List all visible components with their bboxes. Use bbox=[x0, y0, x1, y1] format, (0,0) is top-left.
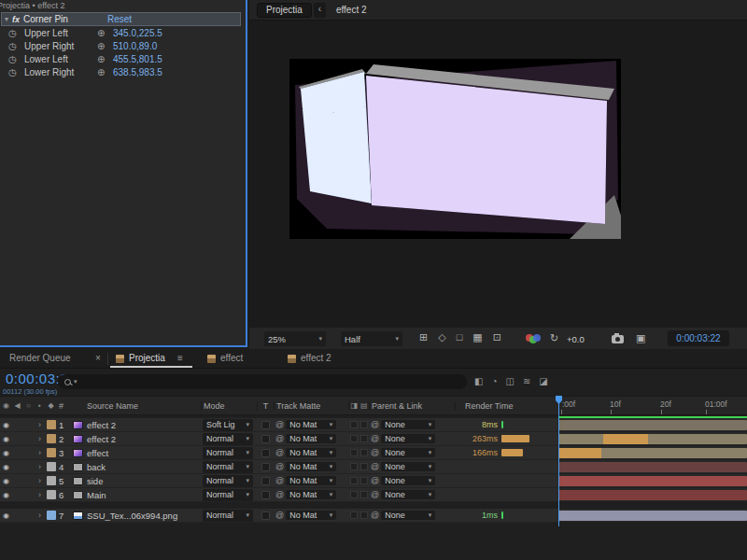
expander-icon[interactable]: › bbox=[35, 476, 45, 485]
expander-icon[interactable]: › bbox=[35, 462, 45, 471]
t-checkbox[interactable] bbox=[261, 463, 270, 471]
t-checkbox[interactable] bbox=[261, 421, 270, 429]
track-matte-dropdown[interactable]: No Mat▾ bbox=[286, 420, 336, 429]
mode-dropdown[interactable]: Normal▾ bbox=[203, 433, 253, 445]
param-value[interactable]: 455.5,801.5 bbox=[113, 54, 162, 64]
lock-column-icon[interactable]: ▪ bbox=[35, 401, 45, 410]
zoom-dropdown[interactable]: 25%▾ bbox=[264, 331, 326, 346]
motion-blur-icon[interactable]: ≋ bbox=[523, 376, 530, 386]
param-value[interactable]: 345.0,225.5 bbox=[113, 28, 162, 38]
layer-row-4[interactable]: ◉ › 4 back Normal▾ @No Mat▾ @None▾ bbox=[0, 460, 747, 474]
pickwhip-icon[interactable]: @ bbox=[275, 511, 284, 520]
t-checkbox[interactable] bbox=[261, 477, 270, 485]
matte-toggle[interactable] bbox=[360, 435, 368, 442]
parent-dropdown[interactable]: None▾ bbox=[381, 420, 435, 429]
layer-row-5[interactable]: ◉ › 5 side Normal▾ @No Mat▾ @None▾ bbox=[0, 474, 747, 488]
stopwatch-icon[interactable]: ◷ bbox=[8, 28, 17, 38]
matte-toggle[interactable] bbox=[360, 421, 368, 428]
mode-dropdown[interactable]: Normal▾ bbox=[203, 461, 253, 473]
track-matte-dropdown[interactable]: No Mat▾ bbox=[286, 448, 336, 457]
param-lower-right[interactable]: ◷ Lower Right ⊕ 638.5,983.5 bbox=[0, 66, 247, 79]
active-comp-label[interactable]: effect 2 bbox=[336, 5, 367, 15]
timeline-layer-bar[interactable] bbox=[558, 434, 747, 444]
number-column-header[interactable]: # bbox=[57, 401, 71, 411]
eye-icon[interactable]: ◉ bbox=[0, 511, 12, 520]
eye-icon[interactable]: ◉ bbox=[0, 463, 12, 471]
preserve-transparency-toggle[interactable] bbox=[350, 491, 358, 498]
viewer-timecode[interactable]: 0:00:03:22 bbox=[668, 330, 729, 346]
t-header[interactable]: T bbox=[257, 401, 274, 411]
search-options-icon[interactable]: ▾ bbox=[74, 378, 78, 385]
layer-row-1[interactable]: ◉ › 1 effect 2 Soft Lig▾ @No Mat▾ @None▾… bbox=[0, 418, 747, 432]
crosshair-icon[interactable]: ⊕ bbox=[97, 54, 105, 64]
back-chevron-icon[interactable]: ‹ bbox=[314, 3, 326, 18]
stopwatch-icon[interactable]: ◷ bbox=[8, 41, 17, 51]
label-swatch[interactable] bbox=[47, 448, 56, 457]
preserve-transparency-toggle[interactable] bbox=[350, 511, 358, 519]
param-value[interactable]: 638.5,983.5 bbox=[113, 67, 162, 77]
draft-3d-icon[interactable]: ◧ bbox=[474, 376, 483, 386]
crosshair-icon[interactable]: ⊕ bbox=[97, 67, 105, 77]
expander-icon[interactable]: › bbox=[35, 511, 45, 520]
layer-row-7[interactable]: ◉ › 7 SSU_Tex...06x994.png Normal▾ @No M… bbox=[0, 509, 747, 523]
matte-toggle[interactable] bbox=[360, 491, 368, 498]
crosshair-icon[interactable]: ⊕ bbox=[97, 28, 105, 38]
pickwhip-icon[interactable]: @ bbox=[371, 476, 379, 485]
eye-icon[interactable]: ◉ bbox=[0, 449, 12, 457]
grid-guides-icon[interactable]: ⊞ bbox=[419, 331, 428, 343]
preserve-transparency-toggle[interactable] bbox=[350, 435, 358, 442]
label-swatch[interactable] bbox=[47, 476, 56, 485]
layer-name[interactable]: back bbox=[85, 462, 201, 472]
view-layout-icon[interactable]: ⊡ bbox=[493, 331, 501, 343]
track-matte-dropdown[interactable]: No Mat▾ bbox=[286, 434, 336, 443]
matte-toggle[interactable] bbox=[360, 477, 368, 484]
stopwatch-icon[interactable]: ◷ bbox=[8, 67, 17, 77]
matte-toggle[interactable] bbox=[360, 449, 368, 456]
shy-layers-icon[interactable]: ◔ bbox=[491, 376, 497, 386]
layer-row-3[interactable]: ◉ › 3 effect Normal▾ @No Mat▾ @None▾ 166… bbox=[0, 446, 747, 460]
pickwhip-icon[interactable]: @ bbox=[371, 462, 379, 471]
t-checkbox[interactable] bbox=[261, 449, 270, 457]
matte-toggle[interactable] bbox=[360, 463, 368, 470]
preserve-transparency-toggle[interactable] bbox=[350, 449, 358, 456]
track-matte-dropdown[interactable]: No Mat▾ bbox=[286, 462, 336, 471]
label-swatch[interactable] bbox=[47, 434, 56, 443]
reset-exposure-icon[interactable]: ↻ bbox=[550, 332, 558, 344]
mode-dropdown[interactable]: Normal▾ bbox=[203, 489, 253, 501]
param-upper-right[interactable]: ◷ Upper Right ⊕ 510.0,89.0 bbox=[0, 40, 247, 53]
reset-button[interactable]: Reset bbox=[107, 14, 132, 24]
param-value[interactable]: 510.0,89.0 bbox=[113, 41, 157, 51]
pickwhip-icon[interactable]: @ bbox=[275, 462, 284, 471]
preserve-transparency-toggle[interactable] bbox=[350, 421, 358, 428]
param-lower-left[interactable]: ◷ Lower Left ⊕ 455.5,801.5 bbox=[0, 53, 247, 66]
label-swatch[interactable] bbox=[47, 511, 56, 520]
mode-dropdown[interactable]: Normal▾ bbox=[203, 447, 253, 459]
label-swatch[interactable] bbox=[47, 462, 56, 471]
tab-projectia[interactable]: Projectia bbox=[129, 353, 165, 363]
eye-icon[interactable]: ◉ bbox=[0, 435, 12, 443]
video-column-icon[interactable]: ◉ bbox=[0, 401, 12, 410]
solo-column-icon[interactable]: ○ bbox=[22, 401, 35, 410]
tab-effect[interactable]: effect bbox=[220, 353, 243, 363]
layer-name[interactable]: effect 2 bbox=[85, 420, 201, 430]
parent-dropdown[interactable]: None▾ bbox=[381, 476, 435, 485]
pickwhip-icon[interactable]: @ bbox=[371, 420, 379, 429]
parent-dropdown[interactable]: None▾ bbox=[381, 434, 435, 443]
expander-icon[interactable]: › bbox=[35, 434, 45, 443]
frame-blending-icon[interactable]: ◫ bbox=[506, 376, 514, 386]
comp-nav-button[interactable]: Projectia bbox=[257, 3, 312, 18]
matte-toggle[interactable] bbox=[360, 511, 368, 519]
time-ruler[interactable]: :00f 10f 20f 01:00f bbox=[558, 396, 747, 415]
pickwhip-icon[interactable]: @ bbox=[371, 434, 379, 443]
timeline-layer-bar[interactable] bbox=[558, 476, 747, 486]
render-time-header[interactable]: Render Time bbox=[455, 401, 558, 411]
track-matte-dropdown[interactable]: No Mat▾ bbox=[286, 511, 336, 520]
parent-dropdown[interactable]: None▾ bbox=[381, 448, 435, 457]
layer-name[interactable]: effect 2 bbox=[85, 434, 201, 444]
tab-render-queue[interactable]: Render Queue bbox=[9, 353, 71, 363]
search-input[interactable]: ▾ bbox=[58, 374, 467, 389]
eye-icon[interactable]: ◉ bbox=[0, 477, 12, 485]
layer-switches-icon[interactable]: ▤ bbox=[360, 401, 368, 410]
pickwhip-icon[interactable]: @ bbox=[275, 434, 284, 443]
pickwhip-icon[interactable]: @ bbox=[275, 476, 284, 485]
